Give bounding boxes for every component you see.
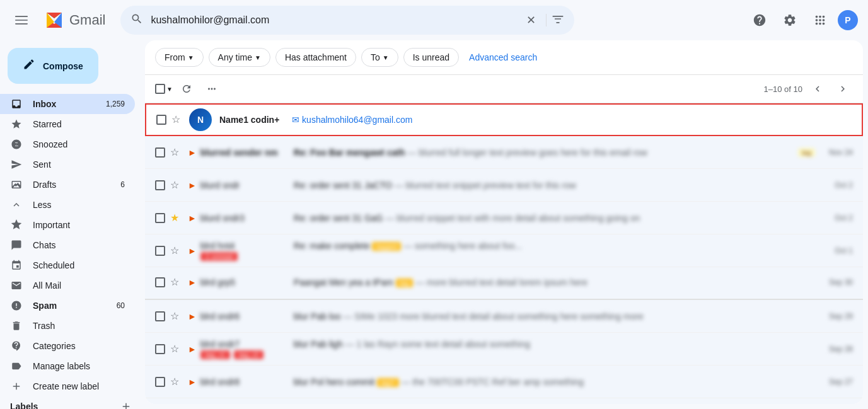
select-chevron-icon[interactable]: ▼ xyxy=(166,86,173,93)
email-date-5: Oct 1 xyxy=(815,246,853,255)
user-avatar[interactable]: P xyxy=(838,10,858,30)
sidebar-item-spam[interactable]: Spam 60 xyxy=(0,296,135,316)
compose-label: Compose xyxy=(43,61,83,71)
prev-page-button[interactable] xyxy=(807,79,828,99)
manage-labels-label: Manage labels xyxy=(33,361,125,371)
email-checkbox-9[interactable] xyxy=(155,377,165,387)
add-label-button[interactable] xyxy=(117,398,135,409)
email-row-9[interactable]: ☆ ► blrd sndr8 blur Pol hero commit tagY… xyxy=(145,366,863,398)
create-label-label: Create new label xyxy=(33,381,125,391)
sent-label: Sent xyxy=(33,159,125,170)
email-row-7[interactable]: ☆ ► blrd sndr6 blur Pab loo — SIMe 1023 … xyxy=(145,300,863,333)
search-clear-icon[interactable]: ✕ xyxy=(526,13,536,27)
sidebar-item-inbox[interactable]: Inbox 1,259 xyxy=(0,94,135,114)
sidebar-item-create-label[interactable]: Create new label xyxy=(0,376,135,396)
email-avatar-1: N xyxy=(189,108,212,131)
drafts-label: Drafts xyxy=(33,180,120,190)
anytime-filter[interactable]: Any time ▼ xyxy=(209,48,270,67)
search-bar: ✕ xyxy=(120,6,574,35)
attachment-filter[interactable]: Has attachment xyxy=(275,48,356,67)
sidebar-item-allmail[interactable]: All Mail xyxy=(0,275,135,296)
email-row-4[interactable]: ★ ► blurd sndr3 Re: order sent 31 GaG — … xyxy=(145,202,863,234)
email-star-6[interactable]: ☆ xyxy=(170,276,183,289)
email-checkbox-1[interactable] xyxy=(156,115,166,125)
settings-button[interactable] xyxy=(777,8,802,33)
labels-header: Labels xyxy=(0,396,145,409)
sidebar-item-sent[interactable]: Sent xyxy=(0,154,135,175)
apps-button[interactable] xyxy=(807,8,833,33)
email-checkbox-6[interactable] xyxy=(155,277,165,287)
email-checkbox-5[interactable] xyxy=(155,246,165,256)
trash-icon xyxy=(10,320,23,331)
trash-label: Trash xyxy=(33,321,125,331)
email-important-6: ► xyxy=(188,277,197,287)
unread-label: Is unread xyxy=(413,52,449,62)
sidebar-item-less[interactable]: Less xyxy=(0,195,135,215)
email-checkbox-4[interactable] xyxy=(155,213,165,223)
email-star-3[interactable]: ☆ xyxy=(170,179,183,192)
from-filter[interactable]: From ▼ xyxy=(155,48,204,67)
topbar: Gmail ✕ P xyxy=(0,0,868,40)
email-row-8[interactable]: ☆ ► blrd sndr7 blur Pab ligh — 1 las Ray… xyxy=(145,333,863,366)
email-star-4[interactable]: ★ xyxy=(170,212,183,224)
next-page-button[interactable] xyxy=(833,79,853,99)
sidebar-item-scheduled[interactable]: Scheduled xyxy=(0,255,135,275)
refresh-button[interactable] xyxy=(175,78,198,100)
sidebar-item-important[interactable]: Important xyxy=(0,215,135,235)
email-row-5[interactable]: ☆ ► blrd hnt4 Re: make complete tagged —… xyxy=(145,234,863,267)
email-row-10[interactable]: ☆ ► blrd sndr9 blur Pob loru — Fien 1RV0… xyxy=(145,398,863,404)
email-row-6[interactable]: ☆ ► blrd grp5 Paangat Men yea a tPam tag… xyxy=(145,267,863,300)
email-checkbox-2[interactable] xyxy=(155,147,165,158)
categories-label: Categories xyxy=(33,341,125,351)
email-date-9: Sep 27 xyxy=(815,377,853,386)
email-date-8: Sep 28 xyxy=(815,345,853,354)
chevron-up-icon xyxy=(10,199,23,210)
compose-button[interactable]: Compose xyxy=(8,48,98,84)
snoozed-label: Snoozed xyxy=(33,139,125,149)
email-star-8[interactable]: ☆ xyxy=(170,343,183,355)
email-toolbar: ▼ 1–10 of 10 xyxy=(145,75,863,103)
spam-label: Spam xyxy=(33,301,117,311)
unread-filter[interactable]: Is unread xyxy=(403,48,459,67)
select-all-checkbox[interactable]: ▼ xyxy=(155,84,173,94)
sidebar-item-trash[interactable]: Trash xyxy=(0,316,135,336)
important-label: Important xyxy=(33,220,125,230)
email-checkbox-8[interactable] xyxy=(155,344,165,354)
search-input[interactable] xyxy=(151,14,526,26)
advanced-search-link[interactable]: Advanced search xyxy=(469,52,537,62)
help-button[interactable] xyxy=(747,8,772,33)
email-row-3[interactable]: ☆ ► blurd sndr Re: order sent 31 JaCTO —… xyxy=(145,169,863,202)
allmail-label: All Mail xyxy=(33,280,125,291)
sidebar-item-chats[interactable]: Chats xyxy=(0,235,135,255)
spam-icon xyxy=(10,300,23,311)
sidebar-item-snoozed[interactable]: Snoozed xyxy=(0,134,135,154)
email-content-4: blurd sndr3 Re: order sent 31 GaG — blur… xyxy=(200,213,815,223)
email-important-3: ► xyxy=(188,180,197,190)
email-checkbox-7[interactable] xyxy=(155,311,165,321)
menu-button[interactable] xyxy=(10,9,33,32)
sidebar-item-drafts[interactable]: Drafts 6 xyxy=(0,175,135,195)
email-star-1[interactable]: ☆ xyxy=(171,113,184,126)
email-star-2[interactable]: ☆ xyxy=(170,146,183,159)
sent-icon xyxy=(10,159,23,170)
categories-icon xyxy=(10,340,23,352)
checkbox-icon[interactable] xyxy=(155,84,165,94)
email-checkbox-3[interactable] xyxy=(155,180,165,190)
more-options-button[interactable] xyxy=(200,78,223,100)
email-row-2[interactable]: ☆ ► blurred sender nm Re: Foo Bar mengaw… xyxy=(145,136,863,169)
sidebar-item-categories[interactable]: Categories xyxy=(0,336,135,356)
search-filter-icon[interactable] xyxy=(552,13,564,28)
email-star-7[interactable]: ☆ xyxy=(170,310,183,323)
sidebar-item-manage-labels[interactable]: Manage labels xyxy=(0,356,135,376)
email-date-6: Sep 30 xyxy=(815,278,853,287)
scheduled-label: Scheduled xyxy=(33,260,125,270)
email-star-9[interactable]: ☆ xyxy=(170,376,183,388)
email-content-3: blurd sndr Re: order sent 31 JaCTO — blu… xyxy=(200,180,815,190)
email-star-5[interactable]: ☆ xyxy=(170,245,183,257)
email-row-1[interactable]: ☆ N Name1 codin+ ✉ kushalmohilo64@gmail.… xyxy=(145,103,863,136)
email-date-7: Sep 29 xyxy=(815,312,853,321)
anytime-label: Any time xyxy=(218,52,252,62)
sidebar-item-starred[interactable]: Starred xyxy=(0,114,135,134)
to-filter[interactable]: To ▼ xyxy=(361,48,398,67)
email-address-1: ✉ kushalmohilo64@gmail.com xyxy=(292,115,412,125)
